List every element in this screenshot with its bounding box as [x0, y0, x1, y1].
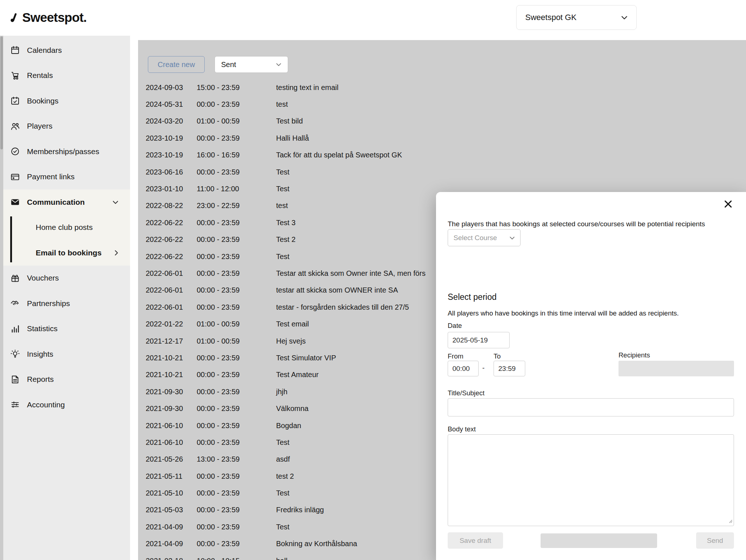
sidebar-item-label: Statistics [27, 324, 58, 333]
sliders-icon [10, 400, 20, 410]
lightbulb-icon [10, 349, 20, 359]
sidebar-item-partnerships[interactable]: Partnerships [3, 291, 130, 316]
sidebar-item-communication[interactable]: Communication [3, 189, 130, 215]
row-date: 2021-05-03 [146, 506, 197, 514]
close-icon[interactable] [722, 198, 734, 210]
scrollbar-thumb[interactable] [0, 36, 3, 149]
payment-card-icon [10, 172, 20, 182]
sidebar-item-bookings[interactable]: Bookings [3, 88, 130, 114]
sidebar-item-label: Email to bookings [36, 248, 102, 257]
row-time: 23:00 - 22:59 [197, 201, 276, 210]
row-date: 2023-10-19 [146, 151, 197, 159]
toolbar: Create new Sent [148, 56, 288, 73]
sidebar-item-label: Payment links [27, 172, 75, 181]
title-subject-input[interactable] [448, 398, 734, 416]
save-draft-button[interactable]: Save draft [448, 532, 503, 549]
sidebar-item-accounting[interactable]: Accounting [3, 392, 130, 418]
row-date: 2021-05-26 [146, 455, 197, 463]
table-row[interactable]: 2024-05-31 00:00 - 23:59 test [146, 96, 746, 113]
table-row[interactable]: 2024-09-03 15:00 - 23:59 testing text in… [146, 79, 746, 96]
sidebar-item-memberships[interactable]: Memberships/passes [3, 139, 130, 164]
row-time: 00:00 - 23:59 [197, 235, 276, 244]
body-text-input[interactable] [448, 434, 734, 526]
footer-disabled-control [541, 533, 657, 548]
row-time: 01:00 - 00:59 [197, 337, 276, 345]
sidebar-item-label: Vouchers [27, 274, 59, 282]
row-date: 2023-10-19 [146, 134, 197, 142]
status-filter-value: Sent [221, 60, 236, 69]
sidebar-item-label: Home club posts [36, 223, 93, 232]
to-time-input[interactable] [494, 361, 525, 376]
new-email-modal: The players that has bookings at selecte… [436, 192, 746, 560]
calendar-icon [10, 45, 20, 55]
row-time: 00:00 - 23:59 [197, 506, 276, 514]
sidebar-item-reports[interactable]: Reports [3, 367, 130, 392]
table-row[interactable]: 2023-10-19 00:00 - 23:59 Halli Hallå [146, 130, 746, 146]
row-date: 2021-06-10 [146, 422, 197, 430]
sidebar-item-label: Rentals [27, 71, 53, 80]
row-date: 2024-09-03 [146, 83, 197, 92]
sidebar-item-statistics[interactable]: Statistics [3, 316, 130, 342]
table-row[interactable]: 2023-06-16 00:00 - 23:59 Test [146, 164, 746, 180]
sidebar-item-calendars[interactable]: Calendars [3, 38, 130, 63]
scrollbar[interactable] [0, 36, 3, 560]
row-time: 00:00 - 23:59 [197, 371, 276, 379]
sidebar-item-vouchers[interactable]: Vouchers [3, 266, 130, 291]
row-date: 2023-06-16 [146, 168, 197, 176]
sidebar-item-insights[interactable]: Insights [3, 341, 130, 367]
row-time: 00:00 - 23:59 [197, 168, 276, 176]
sidebar-item-rentals[interactable]: Rentals [3, 63, 130, 89]
sidebar: Calendars Rentals Bookings Players [0, 36, 130, 560]
row-time: 00:00 - 23:59 [197, 269, 276, 278]
row-time: 00:00 - 23:59 [197, 134, 276, 142]
row-subject: test [276, 100, 746, 109]
row-date: 2021-05-11 [146, 472, 197, 481]
row-time: 00:00 - 23:59 [197, 100, 276, 109]
sidebar-item-home-club-posts[interactable]: Home club posts [3, 215, 130, 240]
from-time-input[interactable] [448, 361, 479, 376]
title-subject-label: Title/Subject [448, 389, 484, 397]
club-selector-value: Sweetspot GK [525, 13, 577, 22]
calendar-check-icon [10, 96, 20, 106]
envelope-icon [10, 197, 20, 207]
trolley-icon [10, 71, 20, 81]
sidebar-item-payment-links[interactable]: Payment links [3, 164, 130, 190]
create-new-button[interactable]: Create new [148, 56, 205, 73]
row-date: 2023-01-10 [146, 185, 197, 193]
active-section-indicator [10, 216, 12, 262]
table-row[interactable]: 2024-03-20 01:00 - 00:59 Test bild [146, 113, 746, 130]
row-time: 00:00 - 23:59 [197, 286, 276, 294]
sidebar-nav: Calendars Rentals Bookings Players [3, 38, 130, 418]
sidebar-item-email-to-bookings[interactable]: Email to bookings [3, 240, 130, 266]
send-button[interactable]: Send [696, 532, 734, 549]
row-date: 2022-06-22 [146, 219, 197, 227]
date-label: Date [448, 322, 462, 330]
badge-check-icon [10, 146, 20, 156]
sidebar-group-communication: Communication Home club posts Email to b… [3, 189, 130, 266]
table-row[interactable]: 2023-10-19 16:00 - 16:59 Tack för att du… [146, 147, 746, 164]
status-filter-select[interactable]: Sent [215, 56, 288, 73]
sidebar-item-label: Calendars [27, 46, 62, 55]
row-time: 00:00 - 23:59 [197, 303, 276, 312]
course-select[interactable]: Select Course [448, 229, 521, 246]
select-period-description: All players who have bookings in this ti… [448, 309, 679, 317]
row-date: 2021-09-30 [146, 404, 197, 413]
logo[interactable]: Sweetspot. [9, 9, 87, 26]
sidebar-item-label: Accounting [27, 400, 65, 409]
row-time: 00:00 - 23:59 [197, 354, 276, 362]
recipients-field[interactable] [619, 361, 734, 376]
from-label: From [448, 352, 463, 360]
row-date: 2024-03-20 [146, 117, 197, 125]
club-selector[interactable]: Sweetspot GK [516, 5, 637, 30]
row-time: 00:00 - 23:59 [197, 523, 276, 531]
sidebar-item-label: Memberships/passes [27, 147, 99, 156]
row-time: 00:00 - 23:59 [197, 219, 276, 227]
date-input[interactable] [448, 332, 510, 348]
row-time: 15:00 - 23:59 [197, 83, 276, 92]
sidebar-item-players[interactable]: Players [3, 114, 130, 139]
chevron-right-icon [112, 248, 121, 257]
sidebar-item-label: Reports [27, 375, 54, 384]
row-time: 00:00 - 23:59 [197, 489, 276, 497]
row-time: 11:00 - 12:00 [197, 185, 276, 193]
row-date: 2022-06-22 [146, 235, 197, 244]
